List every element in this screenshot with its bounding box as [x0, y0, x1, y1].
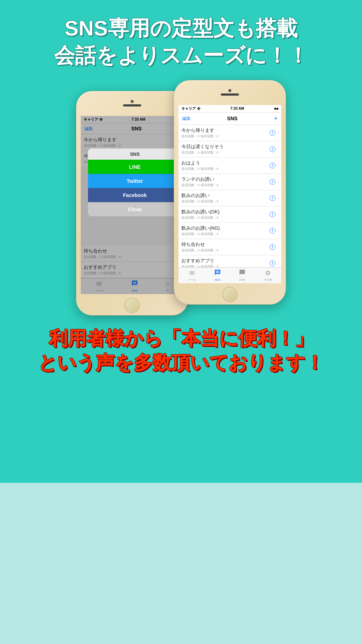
info-icon[interactable]: i: [270, 146, 275, 152]
item-right: i ›: [270, 163, 278, 168]
popup-title: SNS: [88, 149, 182, 160]
chevron-icon: ›: [277, 163, 278, 168]
plus-button-right[interactable]: +: [274, 115, 278, 122]
nav-bar-right: 編集 SNS +: [178, 113, 281, 125]
item-sub: 送信回数：0 保存回数：0: [181, 216, 219, 220]
screen-right: キャリア 令 7:33 AM ■■ 編集 SNS + 今から帰ります 送信回数：…: [178, 105, 281, 283]
list-item-3-right[interactable]: おはよう 送信回数：0 保存回数：0 i ›: [178, 158, 281, 174]
item-right: i ›: [270, 130, 278, 136]
info-icon[interactable]: i: [270, 130, 275, 136]
item-sub: 送信回数：0 保存回数：0: [181, 183, 219, 188]
phones-container: キャリア 令 7:33 AM ■■■ 編集 SNS 今から帰ります 送信回数：0…: [0, 76, 362, 315]
header-section: SNS専用の定型文も搭載 会話をよりスムーズに！！: [0, 0, 362, 76]
time-right: 7:33 AM: [230, 106, 244, 110]
list-scroll-right: 今から帰ります 送信回数：0 保存回数：0 i › 今日は遅くなりそう 送信回数…: [178, 125, 281, 271]
list-item-5-right[interactable]: 飲みのお誘い 送信回数：0 保存回数：0 i ›: [178, 190, 281, 206]
twitter-button[interactable]: Twitter: [88, 174, 182, 188]
list-item-4-right[interactable]: ランチのお誘い 送信回数：0 保存回数：0 i ›: [178, 174, 281, 190]
footer-line1: 利用者様から「本当に便利！」: [7, 326, 355, 351]
item-main: 飲みのお誘い: [181, 192, 219, 199]
list-item-2-right[interactable]: 今日は遅くなりそう 送信回数：0 保存回数：0 i ›: [178, 141, 281, 158]
item-right: i ›: [270, 260, 278, 266]
line-button[interactable]: LINE: [88, 160, 182, 174]
item-main: おはよう: [181, 160, 219, 166]
item-main: 飲みのお誘い(OK): [181, 209, 219, 215]
info-icon[interactable]: i: [270, 179, 275, 185]
close-button[interactable]: Close: [88, 202, 182, 216]
list-item-8-right[interactable]: 待ち合わせ 送信回数：0 保存回数：0 i ›: [178, 239, 281, 255]
title-right: SNS: [227, 116, 237, 121]
item-sub: 送信回数：0 保存回数：0: [181, 134, 219, 139]
info-icon[interactable]: i: [270, 244, 275, 250]
list-item-6-right[interactable]: 飲みのお誘い(OK) 送信回数：0 保存回数：0 i ›: [178, 206, 281, 223]
item-content: 飲みのお誘い 送信回数：0 保存回数：0: [181, 192, 219, 204]
chevron-icon: ›: [277, 212, 278, 217]
phone-left: キャリア 令 7:33 AM ■■■ 編集 SNS 今から帰ります 送信回数：0…: [76, 91, 188, 315]
info-icon[interactable]: i: [270, 260, 275, 266]
speaker-bar: [123, 104, 141, 106]
item-right: i ›: [270, 212, 278, 217]
item-main: ランチのお誘い: [181, 176, 219, 183]
phone-top-bar-left: [123, 100, 141, 106]
header-line2: 会話をよりスムーズに！！: [7, 42, 355, 69]
item-sub: 送信回数：0 保存回数：0: [181, 150, 224, 155]
info-icon[interactable]: i: [270, 195, 275, 201]
chevron-icon: ›: [277, 244, 278, 250]
item-content: ランチのお誘い 送信回数：0 保存回数：0: [181, 176, 219, 188]
chevron-icon: ›: [277, 130, 278, 135]
chevron-icon: ›: [277, 179, 278, 184]
item-content: 今日は遅くなりそう 送信回数：0 保存回数：0: [181, 143, 224, 155]
info-icon[interactable]: i: [270, 163, 275, 168]
item-content: 飲みのお誘い(OK) 送信回数：0 保存回数：0: [181, 209, 219, 220]
item-sub: 送信回数：0 保存回数：0: [181, 167, 219, 171]
chevron-icon: ›: [277, 261, 278, 266]
tab-label: メール: [188, 278, 196, 282]
screen-left: キャリア 令 7:33 AM ■■■ 編集 SNS 今から帰ります 送信回数：0…: [81, 116, 184, 294]
item-right: i ›: [270, 244, 278, 250]
tab-label: SMS: [239, 278, 245, 281]
item-sub: 送信回数：0 保存回数：0: [181, 199, 219, 204]
tab-sms-right[interactable]: SMS: [239, 269, 245, 281]
tab-label: その他: [264, 278, 272, 282]
item-main: 待ち合わせ: [181, 241, 219, 248]
list-item-1-right[interactable]: 今から帰ります 送信回数：0 保存回数：0 i ›: [178, 125, 281, 141]
home-button-right[interactable]: [222, 287, 237, 302]
facebook-button[interactable]: Facebook: [88, 188, 182, 202]
list-item-7-right[interactable]: 飲みのお誘い(NG) 送信回数：0 保存回数：0 i ›: [178, 223, 281, 239]
info-icon[interactable]: i: [270, 212, 275, 217]
tab-mail-right[interactable]: ✉ メール: [188, 269, 196, 282]
sns-icon: [214, 269, 221, 277]
item-content: 待ち合わせ 送信回数：0 保存回数：0: [181, 241, 219, 253]
item-right: i ›: [270, 228, 278, 234]
home-button-left[interactable]: [125, 298, 140, 313]
item-main: 今から帰ります: [181, 127, 219, 134]
item-content: おはよう 送信回数：0 保存回数：0: [181, 160, 219, 171]
tab-sns-right[interactable]: SNS: [214, 269, 221, 281]
item-content: 飲みのお誘い(NG) 送信回数：0 保存回数：0: [181, 225, 220, 237]
tab-label: SNS: [215, 278, 220, 281]
tab-other-right[interactable]: ⚙ その他: [264, 269, 272, 282]
popup-menu: SNS LINE Twitter Facebook Close: [88, 149, 182, 216]
edit-button-right[interactable]: 編集: [182, 116, 191, 122]
item-right: i ›: [270, 179, 278, 185]
camera-dot: [228, 89, 231, 92]
item-content: 今から帰ります 送信回数：0 保存回数：0: [181, 127, 219, 139]
footer-line2: という声を多数頂いております！: [7, 351, 355, 375]
item-main: おすすめアプリ: [181, 258, 219, 264]
carrier-right: キャリア 令: [181, 106, 201, 111]
item-main: 飲みのお誘い(NG): [181, 225, 220, 231]
footer-section: 利用者様から「本当に便利！」 という声を多数頂いております！: [0, 315, 362, 382]
header-line1: SNS専用の定型文も搭載: [7, 14, 355, 42]
item-right: i ›: [270, 195, 278, 201]
chevron-icon: ›: [277, 147, 278, 152]
item-main: 今日は遅くなりそう: [181, 143, 224, 150]
phone-top-bar-right: [221, 89, 239, 96]
status-bar-right: キャリア 令 7:33 AM ■■: [178, 105, 281, 113]
other-icon: ⚙: [265, 269, 271, 277]
chevron-icon: ›: [277, 228, 278, 233]
item-sub: 送信回数：0 保存回数：0: [181, 248, 219, 253]
phone-right: キャリア 令 7:33 AM ■■ 編集 SNS + 今から帰ります 送信回数：…: [174, 80, 286, 305]
chevron-icon: ›: [277, 196, 278, 201]
info-icon[interactable]: i: [270, 228, 275, 234]
camera-dot: [131, 100, 134, 103]
